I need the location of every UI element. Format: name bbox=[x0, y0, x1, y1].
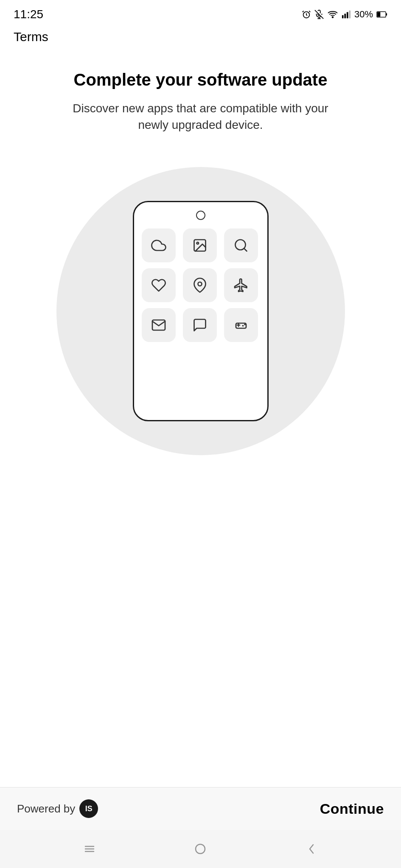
page-title: Complete your software update bbox=[74, 70, 328, 90]
mute-icon bbox=[314, 10, 324, 19]
svg-rect-11 bbox=[377, 12, 380, 17]
nav-bar bbox=[0, 830, 401, 868]
svg-rect-6 bbox=[344, 14, 346, 18]
header: Terms bbox=[0, 25, 401, 44]
nav-back-button[interactable] bbox=[304, 841, 319, 857]
status-time: 11:25 bbox=[14, 8, 43, 21]
powered-by-logo: IS bbox=[79, 799, 98, 818]
app-icon-message bbox=[183, 308, 217, 342]
app-icon-image bbox=[183, 228, 217, 262]
svg-point-4 bbox=[332, 17, 334, 18]
phone-device bbox=[133, 201, 269, 421]
nav-recent-button[interactable] bbox=[82, 841, 97, 857]
phone-illustration-container bbox=[56, 167, 345, 455]
page-header-title: Terms bbox=[14, 30, 48, 44]
alarm-icon bbox=[302, 10, 311, 19]
app-icon-heart bbox=[142, 268, 176, 302]
status-bar: 11:25 30% bbox=[0, 0, 401, 25]
phone-camera bbox=[196, 211, 205, 220]
svg-rect-5 bbox=[342, 15, 344, 18]
app-icon-airplane bbox=[224, 268, 258, 302]
powered-by-logo-text: IS bbox=[85, 804, 93, 813]
svg-rect-8 bbox=[349, 11, 351, 18]
footer: Powered by IS Continue bbox=[0, 787, 401, 830]
wifi-icon bbox=[327, 10, 338, 19]
status-icons: 30% bbox=[302, 9, 387, 20]
app-icon-search bbox=[224, 228, 258, 262]
continue-button[interactable]: Continue bbox=[320, 801, 384, 817]
svg-line-15 bbox=[244, 248, 247, 251]
apps-grid bbox=[142, 228, 260, 342]
powered-by-label: Powered by bbox=[17, 802, 75, 815]
app-icon-cloud bbox=[142, 228, 176, 262]
powered-by: Powered by IS bbox=[17, 799, 98, 818]
svg-rect-10 bbox=[386, 13, 387, 16]
app-icon-mail bbox=[142, 308, 176, 342]
svg-point-13 bbox=[196, 242, 199, 245]
main-content: Complete your software update Discover n… bbox=[0, 44, 401, 787]
svg-point-16 bbox=[198, 282, 202, 286]
battery-text: 30% bbox=[354, 9, 373, 20]
battery-icon bbox=[376, 11, 387, 18]
svg-point-24 bbox=[196, 844, 205, 854]
app-icon-location bbox=[183, 268, 217, 302]
app-icon-gamepad bbox=[224, 308, 258, 342]
nav-home-button[interactable] bbox=[193, 841, 208, 857]
signal-icon bbox=[342, 10, 351, 19]
page-subtitle: Discover new apps that are compatible wi… bbox=[69, 100, 332, 133]
svg-rect-7 bbox=[347, 12, 348, 19]
